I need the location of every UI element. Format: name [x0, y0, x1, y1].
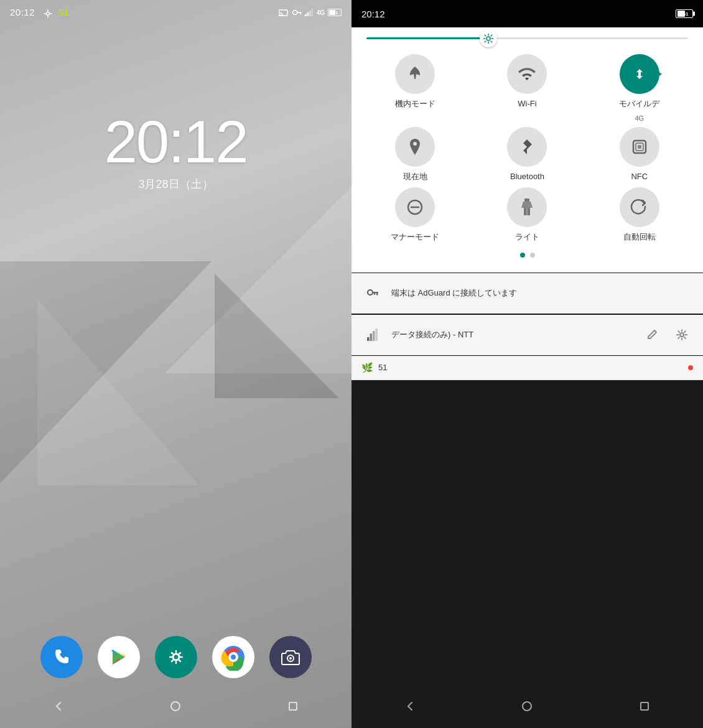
svg-rect-43 — [367, 337, 370, 341]
svg-rect-46 — [376, 329, 378, 341]
svg-rect-12 — [311, 9, 313, 16]
brightness-fill — [366, 37, 488, 39]
mobile-data-icon — [631, 65, 648, 83]
toggle-label-rotate: 自動回転 — [623, 232, 656, 243]
recents-button-left[interactable] — [281, 694, 305, 719]
nfc-icon — [630, 137, 649, 157]
geo-shape-4 — [215, 274, 339, 398]
chrome-icon — [220, 643, 247, 671]
rotate-icon — [630, 198, 649, 217]
home-button-right[interactable] — [514, 694, 539, 719]
svg-point-20 — [171, 702, 180, 711]
settings-icon-status — [44, 9, 52, 18]
flashlight-icon — [520, 197, 534, 217]
edit-icon — [646, 329, 658, 340]
airplane-icon — [405, 64, 425, 84]
back-button-left[interactable] — [46, 694, 71, 719]
pagination-dots — [364, 253, 691, 258]
location-icon — [406, 138, 424, 156]
notification-adguard[interactable]: 端末は AdGuard に接続しています — [352, 273, 703, 314]
svg-rect-8 — [300, 13, 301, 14]
score-text: 51 — [378, 363, 683, 372]
app-play-store[interactable] — [98, 636, 140, 678]
brightness-slider[interactable] — [366, 37, 688, 39]
geo-shape-3 — [37, 299, 199, 485]
clock-display: 20:12 — [104, 112, 247, 172]
vpn-key-icon — [292, 9, 302, 16]
settings-button[interactable] — [671, 324, 693, 346]
notification-data[interactable]: データ接続のみ) - NTT — [352, 315, 703, 355]
score-notification: 🌿 51 — [352, 356, 703, 380]
mobile-arrow-indicator — [658, 72, 662, 77]
svg-point-47 — [680, 333, 684, 337]
gear-icon — [676, 329, 688, 341]
svg-rect-11 — [309, 11, 311, 16]
edit-button[interactable] — [641, 324, 663, 346]
toggle-location[interactable]: 現在地 — [364, 127, 466, 182]
status-icons-right: 51 — [676, 8, 693, 19]
svg-rect-9 — [305, 14, 307, 16]
svg-rect-42 — [374, 293, 375, 295]
toggle-sublabel-mobile: 4G — [635, 114, 644, 122]
settings-icon — [165, 646, 187, 668]
adguard-icon-wrap — [361, 282, 384, 304]
toggle-airplane[interactable]: 機内モード — [364, 54, 466, 122]
toggle-label-location: 現在地 — [403, 172, 427, 182]
toggle-label-airplane: 機内モード — [395, 99, 435, 110]
app-settings[interactable] — [155, 636, 197, 678]
bluetooth-icon — [519, 137, 534, 157]
toggle-label-bluetooth: Bluetooth — [510, 172, 544, 182]
signal-bars-icon — [367, 329, 378, 341]
svg-line-27 — [485, 35, 487, 36]
svg-rect-49 — [641, 702, 648, 710]
brightness-thumb[interactable] — [480, 30, 497, 47]
svg-point-6 — [292, 11, 297, 15]
svg-rect-44 — [370, 334, 373, 341]
toggle-flashlight[interactable]: ライト — [476, 187, 578, 243]
app-camera[interactable] — [269, 636, 312, 678]
back-button-right[interactable] — [398, 694, 422, 719]
play-store-icon — [108, 646, 130, 668]
toggle-mobile-data[interactable]: モバイルデ 4G — [589, 54, 691, 122]
toggle-circle-dnd[interactable] — [395, 187, 435, 227]
score-value-left: 51 — [58, 7, 69, 17]
toggle-circle-bluetooth[interactable] — [507, 127, 547, 167]
home-screen: 20:12 51 — [0, 0, 352, 728]
toggle-circle-rotate[interactable] — [620, 187, 659, 227]
toggle-circle-location[interactable] — [395, 127, 435, 167]
status-time-left: 20:12 51 — [10, 7, 69, 17]
data-notification-text: データ接続のみ) - NTT — [391, 329, 633, 340]
quick-settings-panel: 機内モード Wi-Fi — [352, 27, 703, 273]
signal-icon — [305, 9, 314, 16]
toggle-circle-wifi[interactable] — [507, 54, 547, 94]
battery-right: 51 — [676, 9, 693, 18]
toggle-nfc[interactable]: NFC — [589, 127, 691, 182]
score-red-dot — [688, 365, 693, 370]
toggle-circle-nfc[interactable] — [620, 127, 659, 167]
app-phone[interactable] — [40, 636, 83, 678]
recents-button-right[interactable] — [632, 694, 657, 719]
key-icon — [366, 286, 379, 300]
toggle-dnd[interactable]: マナーモード — [364, 187, 466, 243]
adguard-notification-text: 端末は AdGuard に接続しています — [391, 287, 693, 299]
svg-point-13 — [173, 654, 179, 660]
dot-1 — [520, 253, 525, 258]
svg-point-17 — [231, 655, 236, 660]
toggle-wifi[interactable]: Wi-Fi — [476, 54, 578, 122]
home-button-left[interactable] — [163, 694, 188, 719]
brightness-row[interactable] — [364, 37, 691, 39]
svg-rect-40 — [372, 292, 378, 294]
dot-2 — [530, 253, 535, 258]
clock-date: 3月28日（土） — [138, 177, 213, 192]
toggle-circle-flashlight[interactable] — [507, 187, 547, 227]
camera-icon — [279, 646, 302, 668]
toggle-circle-mobile[interactable] — [620, 54, 659, 94]
svg-point-48 — [523, 702, 531, 711]
toggle-grid: 機内モード Wi-Fi — [364, 54, 691, 243]
app-chrome[interactable] — [212, 636, 254, 678]
app-dock — [0, 636, 352, 678]
svg-rect-7 — [297, 12, 301, 13]
toggle-circle-airplane[interactable] — [395, 54, 435, 94]
toggle-bluetooth[interactable]: Bluetooth — [476, 127, 578, 182]
toggle-rotate[interactable]: 自動回転 — [589, 187, 691, 243]
